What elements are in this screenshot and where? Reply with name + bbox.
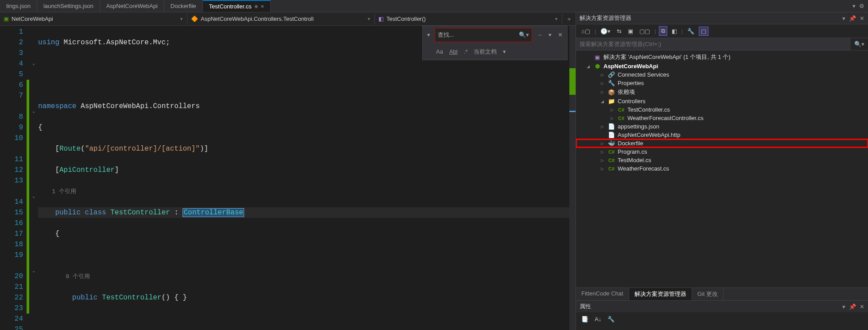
scope-dropdown-icon[interactable]: ▾	[501, 46, 508, 58]
pin-icon[interactable]: ⊕	[254, 4, 258, 9]
overview-ruler[interactable]	[569, 26, 576, 330]
httpfile[interactable]: 📄 AspNetCoreWebApi.http	[576, 131, 868, 139]
project-node[interactable]: ◢ ⬢ AspNetCoreWebApi	[576, 62, 868, 70]
sync-icon[interactable]: ⇆	[615, 27, 623, 35]
tab-fitten[interactable]: FittenCode Chat	[576, 288, 629, 300]
home-icon[interactable]: ⌂▢	[580, 27, 592, 35]
close-icon[interactable]: ✕	[860, 15, 864, 22]
class-view-icon[interactable]: ◧	[670, 27, 679, 35]
split-editor-button[interactable]: ＋	[562, 15, 576, 23]
gear-icon[interactable]: ⚙	[859, 3, 864, 9]
solution-search-input[interactable]	[576, 38, 851, 50]
alphabetical-icon[interactable]: A↓	[593, 315, 603, 327]
wrench-icon[interactable]: 🔧	[685, 27, 696, 35]
nav-member-dropdown[interactable]: ◧ TestController() ▼	[375, 14, 562, 24]
find-dropdown-icon[interactable]: ▾	[547, 29, 553, 41]
json-icon: 📄	[607, 123, 615, 130]
tab-testcontroller[interactable]: TestController.cs ⊕ ✕	[203, 0, 271, 12]
tab-overflow-icon[interactable]: ▾	[852, 3, 856, 9]
project-icon: ▣	[4, 16, 9, 22]
package-icon: 📦	[607, 89, 615, 96]
find-panel: ▾ 查找... 🔍▾ → ▾ ✕ Aa Abl .* 当前文档 ▾	[422, 26, 568, 60]
preview-icon[interactable]: ▢	[699, 27, 708, 36]
scope-label: 当前文档	[472, 46, 498, 58]
csharp-icon: C#	[607, 166, 615, 171]
tab-git[interactable]: Git 更改	[692, 288, 724, 300]
code-text[interactable]: using Microsoft.AspNetCore.Mvc; namespac…	[38, 26, 569, 330]
code-surface[interactable]: ▾ 查找... 🔍▾ → ▾ ✕ Aa Abl .* 当前文档 ▾	[0, 26, 576, 330]
dropdown-icon[interactable]: ▾	[842, 15, 845, 22]
close-icon[interactable]: ✕	[261, 4, 264, 9]
collapse-icon[interactable]: ▢▢	[638, 27, 652, 35]
close-icon[interactable]: ✕	[860, 303, 864, 310]
tab-aspnetcore[interactable]: AspNetCoreWebApi	[100, 0, 164, 12]
properties-body: 📑 A↓ 🔧	[576, 312, 868, 330]
weathercontroller-file[interactable]: ▷ C# WeatherForecastController.cs	[576, 114, 868, 122]
show-files-icon[interactable]: ⧉	[659, 26, 667, 36]
document-tabs: tings.json launchSettings.json AspNetCor…	[0, 0, 868, 12]
side-panel-tabs: FittenCode Chat 解决方案资源管理器 Git 更改	[576, 287, 868, 300]
solution-node[interactable]: ▣ 解决方案 'AspNetCoreWebApi' (1 个项目, 共 1 个)	[576, 52, 868, 62]
folder-icon: 📁	[607, 98, 615, 105]
dockerfile-item[interactable]: ▷ 🐳 Dockerfile	[576, 139, 868, 148]
solution-explorer-toolbar: ⌂▢ | 🕐▾ ⇆ ▣ ▢▢ | ⧉ ◧ | 🔧 ▢	[576, 24, 868, 38]
nav-class-dropdown[interactable]: 🔶 AspNetCoreWebApi.Controllers.TestContr…	[187, 14, 375, 24]
whole-word-icon[interactable]: Abl	[448, 46, 459, 58]
properties-node[interactable]: ▷ 🔧 Properties	[576, 79, 868, 87]
testmodel-file[interactable]: ▷ C# TestModel.cs	[576, 156, 868, 164]
find-mode-dropdown[interactable]: ▾	[425, 29, 432, 41]
docker-icon: 🐳	[607, 140, 615, 147]
http-icon: 📄	[607, 132, 615, 138]
csharp-icon: C#	[607, 158, 615, 163]
solution-icon: ▣	[593, 54, 601, 61]
find-next-icon[interactable]: →	[535, 29, 544, 41]
match-case-icon[interactable]: Aa	[434, 46, 445, 58]
solution-search: 🔍▾	[576, 38, 868, 50]
program-file[interactable]: ▷ C# Program.cs	[576, 148, 868, 156]
weatherforecast-file[interactable]: ▷ C# WeatherForecast.cs	[576, 164, 868, 173]
connected-services-node[interactable]: ▷ 🔗 Connected Services	[576, 70, 868, 79]
close-icon[interactable]: ✕	[556, 29, 564, 41]
properties-title: 属性 ▾ 📌 ✕	[576, 300, 868, 312]
nav-project-dropdown[interactable]: ▣ NetCoreWebApi ▼	[0, 14, 187, 24]
tab-dockerfile[interactable]: Dockerfile	[164, 0, 203, 12]
csharp-icon: C#	[617, 116, 625, 121]
chevron-down-icon: ▼	[554, 17, 558, 21]
search-icon[interactable]: 🔍▾	[851, 41, 868, 47]
solution-tree: ▣ 解决方案 'AspNetCoreWebApi' (1 个项目, 共 1 个)…	[576, 50, 868, 287]
controllers-folder[interactable]: ◢ 📁 Controllers	[576, 97, 868, 105]
search-icon[interactable]: 🔍▾	[519, 30, 529, 40]
pin-icon[interactable]: 📌	[849, 303, 856, 310]
method-icon: ◧	[378, 16, 384, 22]
appsettings-file[interactable]: ▷ 📄 appsettings.json	[576, 122, 868, 131]
csharp-icon: C#	[617, 107, 625, 113]
history-icon[interactable]: 🕐▾	[599, 27, 612, 35]
dependencies-node[interactable]: ▷ 📦 依赖项	[576, 87, 868, 97]
testcontroller-file[interactable]: ▷ C# TestController.cs	[576, 105, 868, 114]
navigation-bar: ▣ NetCoreWebApi ▼ 🔶 AspNetCoreWebApi.Con…	[0, 12, 576, 26]
solution-explorer-title: 解决方案资源管理器 ▾ 📌 ✕	[576, 12, 868, 24]
tab-launchsettings[interactable]: launchSettings.json	[37, 0, 100, 12]
categorize-icon[interactable]: 📑	[580, 315, 590, 327]
wrench-icon[interactable]: 🔧	[606, 315, 616, 327]
solution-explorer: 解决方案资源管理器 ▾ 📌 ✕ ⌂▢ | 🕐▾ ⇆ ▣ ▢▢ | ⧉ ◧ | 🔧…	[576, 12, 868, 330]
code-editor: ▣ NetCoreWebApi ▼ 🔶 AspNetCoreWebApi.Con…	[0, 12, 576, 330]
dropdown-icon[interactable]: ▾	[842, 303, 845, 310]
find-input[interactable]: 查找... 🔍▾	[435, 28, 532, 42]
show-all-icon[interactable]: ▣	[626, 27, 635, 35]
wrench-icon: 🔧	[607, 80, 615, 86]
tab-tings-json[interactable]: tings.json	[0, 0, 37, 12]
chevron-down-icon: ▼	[367, 17, 371, 21]
connected-icon: 🔗	[607, 71, 615, 78]
class-icon: 🔶	[191, 16, 198, 22]
regex-icon[interactable]: .*	[462, 46, 470, 58]
pin-icon[interactable]: 📌	[849, 15, 856, 22]
tab-solution-explorer[interactable]: 解决方案资源管理器	[629, 288, 692, 300]
csharp-icon: C#	[607, 149, 615, 155]
fold-margin[interactable]: ⌄ ⌄ ⌄ ⌄	[29, 26, 38, 330]
chevron-down-icon: ▼	[179, 17, 183, 21]
csharp-project-icon: ⬢	[593, 63, 601, 70]
line-number-gutter: 123 456 78 910 11 12 13 14 15 161718 19 …	[0, 26, 27, 330]
